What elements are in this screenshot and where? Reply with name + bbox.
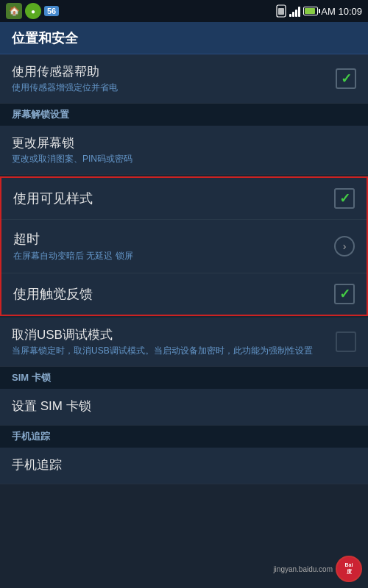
timeout-subtitle: 在屏幕自动变暗后 无延迟 锁屏 <box>13 250 133 262</box>
change-lock-title: 更改屏幕锁 <box>12 135 132 151</box>
battery-icon <box>303 7 318 15</box>
svg-text:度: 度 <box>346 568 353 574</box>
time-display: AM 10:09 <box>321 6 362 17</box>
sensor-checkmark: ✓ <box>341 71 352 87</box>
home-icon: 🏠 <box>6 3 22 19</box>
phone-track-text: 手机追踪 <box>12 456 62 475</box>
watermark-site: jingyan.baidu.com <box>273 565 333 573</box>
sensor-text: 使用传感器帮助 使用传感器增强定位并省电 <box>12 63 118 94</box>
content-area: 使用传感器帮助 使用传感器增强定位并省电 ✓ 屏幕解锁设置 更改屏幕锁 更改或取… <box>0 54 368 484</box>
status-bar-right: AM 10:09 <box>276 4 362 18</box>
haptic-checkmark: ✓ <box>339 286 350 302</box>
visible-pattern-title: 使用可见样式 <box>13 190 93 207</box>
sensor-title: 使用传感器帮助 <box>12 63 118 80</box>
change-lock-setting[interactable]: 更改屏幕锁 更改或取消图案、PIN码或密码 <box>0 126 368 175</box>
sim-icon <box>276 4 286 18</box>
timeout-chevron[interactable]: › <box>334 236 355 257</box>
screen-lock-header: 屏幕解锁设置 <box>0 104 368 126</box>
signal-bars <box>289 5 300 17</box>
usb-debug-title: 取消USB调试模式 <box>12 326 313 343</box>
phone-track-setting[interactable]: 手机追踪 <box>0 448 368 484</box>
visible-pattern-text: 使用可见样式 <box>13 190 93 207</box>
sensor-setting[interactable]: 使用传感器帮助 使用传感器增强定位并省电 ✓ <box>0 54 368 104</box>
sim-lock-text: 设置 SIM 卡锁 <box>12 398 91 416</box>
sensor-subtitle: 使用传感器增强定位并省电 <box>12 82 118 94</box>
status-bar: 🏠 ● 56 AM 10:09 <box>0 0 368 22</box>
visible-pattern-checkbox[interactable]: ✓ <box>334 188 355 209</box>
sim-lock-title: 设置 SIM 卡锁 <box>12 398 91 415</box>
watermark-logo: Bai 度 <box>336 556 362 582</box>
haptic-title: 使用触觉反馈 <box>13 285 93 303</box>
phone-track-header: 手机追踪 <box>0 426 368 448</box>
page-title: 位置和安全 <box>12 29 78 47</box>
phone-track-title: 手机追踪 <box>12 456 62 473</box>
usb-debug-text: 取消USB调试模式 当屏幕锁定时，取消USB调试模式。当启动设备加密时，此功能为… <box>12 326 313 357</box>
timeout-title: 超时 <box>13 230 133 248</box>
svg-text:Bai: Bai <box>345 562 353 567</box>
usb-debug-checkbox[interactable] <box>336 331 356 352</box>
circle-icon: ● <box>25 3 41 19</box>
haptic-checkbox[interactable]: ✓ <box>334 284 355 304</box>
svg-rect-1 <box>278 8 284 15</box>
usb-debug-setting[interactable]: 取消USB调试模式 当屏幕锁定时，取消USB调试模式。当启动设备加密时，此功能为… <box>0 318 368 367</box>
change-lock-subtitle: 更改或取消图案、PIN码或密码 <box>12 153 132 165</box>
highlighted-section: 使用可见样式 ✓ 超时 在屏幕自动变暗后 无延迟 锁屏 › 使用触觉反馈 ✓ <box>0 176 368 316</box>
change-lock-text: 更改屏幕锁 更改或取消图案、PIN码或密码 <box>12 135 132 165</box>
visible-pattern-item[interactable]: 使用可见样式 ✓ <box>1 178 367 220</box>
sim-lock-header: SIM 卡锁 <box>0 367 368 389</box>
notification-badge: 56 <box>44 6 59 16</box>
status-bar-left: 🏠 ● 56 <box>6 3 59 19</box>
timeout-text: 超时 在屏幕自动变暗后 无延迟 锁屏 <box>13 230 133 262</box>
visible-pattern-checkmark: ✓ <box>339 190 350 207</box>
sensor-checkbox[interactable]: ✓ <box>336 68 356 89</box>
title-bar: 位置和安全 <box>0 22 368 54</box>
haptic-item[interactable]: 使用触觉反馈 ✓ <box>1 273 367 315</box>
sim-lock-setting[interactable]: 设置 SIM 卡锁 <box>0 389 368 426</box>
haptic-text: 使用触觉反馈 <box>13 285 93 303</box>
timeout-item[interactable]: 超时 在屏幕自动变暗后 无延迟 锁屏 › <box>1 220 367 273</box>
watermark: jingyan.baidu.com Bai 度 <box>273 556 362 582</box>
usb-debug-subtitle: 当屏幕锁定时，取消USB调试模式。当启动设备加密时，此功能为强制性设置 <box>12 345 313 357</box>
